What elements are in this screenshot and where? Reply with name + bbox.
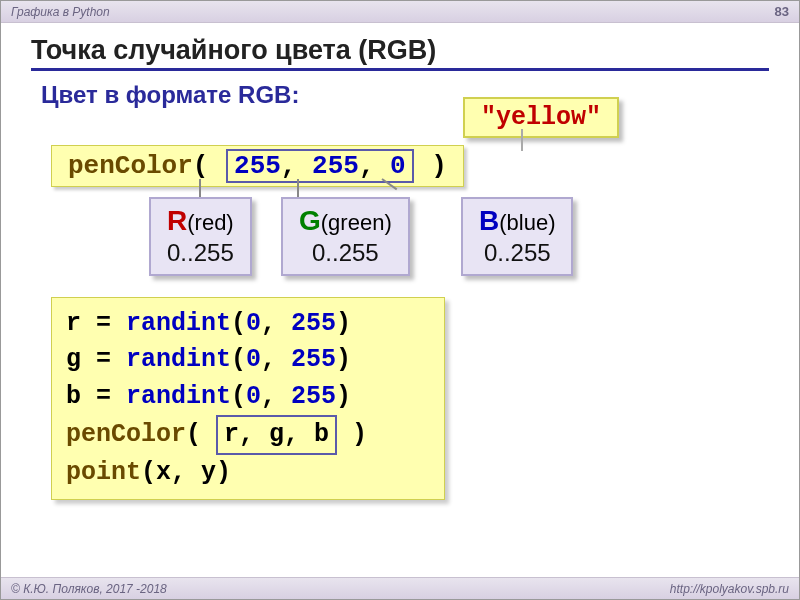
fn-name: penColor — [68, 151, 193, 181]
code-line: b = randint(0, 255) — [66, 379, 430, 415]
slide-title: Точка случайного цвета (RGB) — [31, 35, 769, 71]
connector-line — [521, 129, 523, 151]
rgb-green-box: G(green) 0..255 — [281, 197, 410, 276]
footer-right: http://kpolyakov.spb.ru — [670, 582, 789, 596]
yellow-callout: "yellow" — [463, 97, 619, 138]
page-number: 83 — [775, 4, 789, 19]
subtitle: Цвет в формате RGB: — [41, 81, 799, 109]
connector-line — [297, 179, 299, 197]
code-pencolor-literal: penColor( 255, 255, 0 ) — [51, 145, 464, 187]
page-header: Графика в Python 83 — [1, 1, 799, 23]
code-line: point(x, y) — [66, 455, 430, 491]
rgb-red-box: R(red) 0..255 — [149, 197, 252, 276]
content: "yellow" penColor( 255, 255, 0 ) R(red) … — [31, 109, 769, 555]
connector-line — [199, 179, 201, 197]
code-random-color: r = randint(0, 255) g = randint(0, 255) … — [51, 297, 445, 500]
rgb-vars-box: r, g, b — [216, 415, 337, 455]
rgb-values-box: 255, 255, 0 — [226, 149, 414, 183]
page-footer: © К.Ю. Поляков, 2017 -2018 http://kpolya… — [1, 577, 799, 599]
code-line: g = randint(0, 255) — [66, 342, 430, 378]
code-line: penColor( r, g, b ) — [66, 415, 430, 455]
code-line: r = randint(0, 255) — [66, 306, 430, 342]
footer-left: © К.Ю. Поляков, 2017 -2018 — [11, 582, 167, 596]
header-title: Графика в Python — [11, 5, 110, 19]
rgb-blue-box: B(blue) 0..255 — [461, 197, 573, 276]
